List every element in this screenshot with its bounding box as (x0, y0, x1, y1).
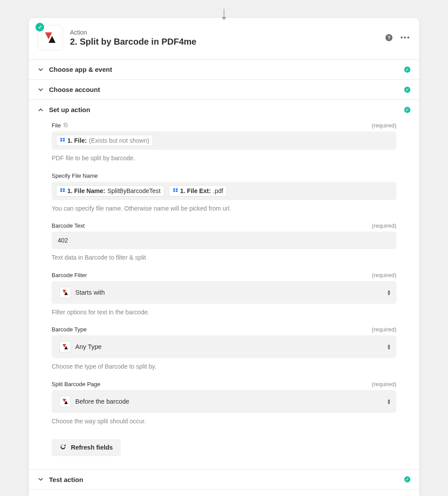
field-required: (required) (372, 272, 396, 278)
action-card: Action 2. Split by Barcode in PDF4me ? •… (28, 18, 420, 496)
field-file: File (required) 1. File: (Exists but not… (52, 122, 396, 163)
field-label: Specify File Name (52, 172, 98, 179)
pill-value: (Exists but not shown) (89, 137, 149, 144)
field-label-row: Barcode Text (required) (52, 222, 396, 229)
value-pill[interactable]: 1. File Ext: .pdf (169, 185, 227, 197)
field-label: File (52, 122, 68, 129)
value-pill[interactable]: 1. File Name: SplitByBarcodeTest (56, 185, 164, 197)
select-value: Starts with (75, 289, 105, 296)
barcode-filter-select[interactable]: Starts with ▲▼ (52, 281, 396, 304)
field-label-row: File (required) (52, 122, 396, 129)
field-label-row: Split Barcode Page (required) (52, 381, 396, 387)
select-value: Any Type (75, 343, 102, 350)
field-barcode-type: Barcode Type (required) Any Type ▲▼ Choo… (52, 326, 396, 371)
field-barcode-filter: Barcode Filter (required) Starts with ▲▼… (52, 272, 396, 317)
field-label-row: Barcode Filter (required) (52, 272, 396, 278)
field-help: PDF file to be split by barcode. (52, 154, 396, 163)
section-title: Choose app & event (49, 66, 404, 73)
field-label-row: Specify File Name (52, 172, 396, 179)
dropbox-icon (173, 188, 178, 193)
refresh-label: Refresh fields (71, 444, 113, 451)
header-title: 2. Split by Barcode in PDF4me (70, 37, 385, 47)
check-icon (404, 87, 410, 93)
check-icon (404, 476, 410, 482)
check-icon (404, 107, 410, 113)
section-title: Test action (49, 476, 404, 483)
field-barcode-text: Barcode Text (required) 402 Text data in… (52, 222, 396, 262)
section-header-test[interactable]: Test action (29, 470, 419, 489)
field-required: (required) (372, 222, 396, 229)
section-header-choose-account[interactable]: Choose account (29, 80, 419, 99)
field-filename: Specify File Name 1. File Name: SplitByB… (52, 172, 396, 213)
status-badge-icon (35, 23, 44, 32)
field-help: Choose the way split should occur. (52, 417, 396, 426)
field-label: Barcode Text (52, 222, 85, 229)
field-label: Barcode Filter (52, 272, 87, 278)
field-help: Filter options for text in the barcode. (52, 308, 396, 317)
dropbox-icon (60, 138, 65, 143)
help-icon[interactable]: ? (385, 34, 392, 41)
pdf4me-icon (60, 396, 71, 407)
copy-icon[interactable] (63, 123, 68, 128)
section-title: Set up action (49, 106, 404, 113)
connector-arrow-top (224, 9, 224, 18)
pdf4me-icon (42, 30, 58, 46)
pill-prefix: 1. File: (67, 137, 87, 144)
card-header: Action 2. Split by Barcode in PDF4me ? •… (29, 18, 419, 59)
field-label-row: Barcode Type (required) (52, 326, 396, 333)
chevron-down-icon (38, 87, 44, 92)
sort-icon: ▲▼ (387, 344, 391, 350)
refresh-row: Refresh fields (52, 439, 396, 456)
pdf4me-icon (60, 287, 71, 298)
svg-rect-3 (65, 124, 67, 127)
more-icon[interactable]: ••• (400, 34, 410, 42)
pill-value: .pdf (213, 187, 223, 194)
section-setup-action: Set up action File (required) (29, 99, 419, 469)
sort-icon: ▲▼ (387, 398, 391, 405)
barcode-text-input[interactable]: 402 (52, 232, 396, 249)
field-label: Split Barcode Page (52, 381, 100, 387)
pill-prefix: 1. File Name: (67, 187, 105, 194)
barcode-type-select[interactable]: Any Type ▲▼ (52, 335, 396, 358)
header-actions: ? ••• (385, 34, 410, 42)
section-header-setup[interactable]: Set up action (29, 100, 419, 120)
refresh-icon (60, 443, 66, 452)
value-pill[interactable]: 1. File: (Exists but not shown) (56, 135, 153, 146)
section-title: Choose account (49, 86, 404, 93)
section-choose-account: Choose account (29, 79, 419, 99)
chevron-up-icon (38, 107, 44, 113)
pill-value: SplitByBarcodeTest (107, 187, 160, 194)
field-help: Text data in Barcode to filter & split (52, 253, 396, 262)
select-value: Before the barcode (75, 398, 129, 405)
select-inner: Starts with (56, 285, 108, 300)
field-label-text: File (52, 122, 61, 129)
section-body-setup: File (required) 1. File: (Exists but not… (29, 120, 419, 469)
header-kicker: Action (70, 29, 385, 36)
section-header-choose-app[interactable]: Choose app & event (29, 60, 419, 79)
pdf4me-icon (60, 341, 71, 352)
field-split-page: Split Barcode Page (required) Before the… (52, 381, 396, 426)
sort-icon: ▲▼ (387, 289, 391, 295)
field-help: Choose the type of Barcode to split by. (52, 362, 396, 371)
section-test-action: Test action (29, 469, 419, 489)
filename-input[interactable]: 1. File Name: SplitByBarcodeTest 1. File… (52, 182, 396, 200)
pill-prefix: 1. File Ext: (180, 187, 211, 194)
select-inner: Before the barcode (56, 394, 133, 409)
dropbox-icon (60, 188, 65, 193)
split-page-select[interactable]: Before the barcode ▲▼ (52, 390, 396, 413)
refresh-fields-button[interactable]: Refresh fields (52, 439, 121, 456)
field-required: (required) (372, 381, 396, 387)
check-icon (404, 67, 410, 73)
select-inner: Any Type (56, 339, 105, 355)
field-help: You can specify file name. Otherwise nam… (52, 204, 396, 213)
field-label: Barcode Type (52, 326, 87, 333)
chevron-down-icon (38, 477, 44, 482)
section-choose-app: Choose app & event (29, 59, 419, 79)
header-text: Action 2. Split by Barcode in PDF4me (70, 29, 385, 47)
app-icon (38, 25, 63, 50)
field-required: (required) (372, 122, 396, 129)
close-bar: Close (29, 489, 419, 496)
field-required: (required) (372, 326, 396, 333)
file-input[interactable]: 1. File: (Exists but not shown) (52, 131, 396, 150)
chevron-down-icon (38, 67, 44, 72)
